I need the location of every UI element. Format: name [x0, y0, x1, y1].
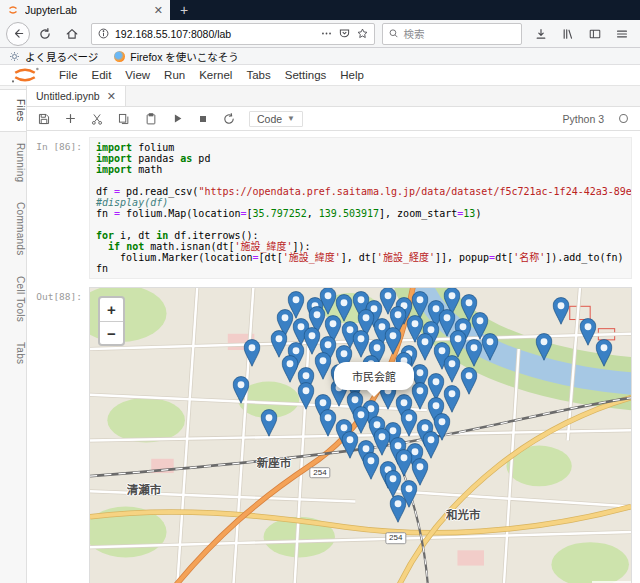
browser-tab-jupyterlab[interactable]: JupyterLab ✕: [0, 0, 170, 20]
map-marker[interactable]: [244, 339, 261, 367]
new-tab-button[interactable]: +: [170, 0, 198, 20]
menu-file[interactable]: File: [52, 69, 85, 81]
menu-kernel[interactable]: Kernel: [192, 69, 239, 81]
plus-icon: [64, 112, 77, 125]
home-button[interactable]: [60, 22, 84, 46]
pocket-icon[interactable]: [338, 27, 351, 40]
page-actions-icon[interactable]: [320, 27, 333, 40]
bookmark-firefox-help[interactable]: Firefox を使いこなそう: [114, 49, 239, 64]
map-marker[interactable]: [401, 409, 418, 437]
back-icon: [6, 22, 30, 46]
code-editor[interactable]: import foliumimport pandas as pdimport m…: [89, 137, 632, 279]
menu-tabs[interactable]: Tabs: [239, 69, 277, 81]
map-marker[interactable]: [417, 333, 434, 361]
add-cell-button[interactable]: [64, 112, 77, 125]
map-marker[interactable]: [298, 382, 315, 410]
bookmark-label: Firefox を使いこなそう: [130, 49, 239, 64]
bookmark-most-visited[interactable]: よく見るページ: [9, 49, 98, 64]
map-marker[interactable]: [390, 495, 407, 523]
map-marker[interactable]: [552, 297, 569, 325]
map-marker[interactable]: [282, 355, 299, 383]
map-marker[interactable]: [363, 452, 380, 480]
doc-tab-close-icon[interactable]: ✕: [107, 91, 116, 102]
map-marker[interactable]: [444, 385, 461, 413]
folium-map[interactable]: 新座市清瀬市和光市254254 + − 市民会館 Leaflet: [89, 287, 632, 583]
map-marker[interactable]: [579, 318, 596, 346]
menu-edit[interactable]: Edit: [85, 69, 119, 81]
map-marker[interactable]: [412, 382, 429, 410]
code-line: for i, dt in df.iterrows():: [96, 230, 625, 241]
run-cell-button[interactable]: [171, 112, 184, 125]
map-marker[interactable]: [320, 409, 337, 437]
map-marker[interactable]: [444, 355, 461, 383]
map-marker[interactable]: [233, 376, 250, 404]
downloads-button[interactable]: [529, 22, 553, 46]
menu-run[interactable]: Run: [157, 69, 192, 81]
map-marker[interactable]: [422, 431, 439, 459]
paste-cells-button[interactable]: [144, 112, 158, 126]
menu-button[interactable]: [610, 22, 634, 46]
sidebar-tab-files[interactable]: Files: [0, 89, 26, 132]
sidebar-tab-cell-tools[interactable]: Cell Tools: [0, 267, 26, 331]
restart-kernel-button[interactable]: [222, 112, 236, 126]
reload-button[interactable]: [33, 22, 57, 46]
map-marker[interactable]: [466, 339, 483, 367]
code-cell[interactable]: In [86]: import foliumimport pandas as p…: [27, 137, 632, 279]
copy-cells-button[interactable]: [117, 112, 131, 126]
stop-kernel-button[interactable]: [197, 113, 209, 125]
jupyterlab-left-sidebar: Files Running Commands Cell Tools Tabs: [0, 86, 27, 583]
site-info-icon[interactable]: [97, 27, 110, 40]
doc-tab-title: Untitled.ipynb: [36, 90, 100, 102]
firefox-logo-icon: [114, 51, 125, 62]
kernel-name[interactable]: Python 3: [563, 113, 604, 125]
jupyter-logo-icon: [6, 66, 44, 84]
map-marker[interactable]: [482, 333, 499, 361]
search-icon: [388, 27, 399, 40]
code-line: import folium: [96, 142, 625, 153]
map-marker[interactable]: [460, 367, 477, 395]
search-bar[interactable]: [382, 23, 522, 45]
cut-cells-button[interactable]: [90, 112, 104, 126]
cell-type-dropdown[interactable]: Code ▼: [249, 111, 303, 127]
map-marker[interactable]: [595, 339, 612, 367]
back-button[interactable]: [6, 22, 30, 46]
url-bar[interactable]: 192.168.55.107:8080/lab: [91, 23, 375, 45]
search-input[interactable]: [403, 28, 516, 40]
menu-settings[interactable]: Settings: [278, 69, 334, 81]
code-line: fn = folium.Map(location=[35.797252, 139…: [96, 208, 625, 219]
notebook-panel[interactable]: In [86]: import foliumimport pandas as p…: [27, 131, 640, 583]
map-marker[interactable]: [260, 409, 277, 437]
output-cell: Out[88]:: [27, 287, 632, 583]
tab-title: JupyterLab: [25, 4, 148, 16]
library-button[interactable]: [556, 22, 580, 46]
map-marker[interactable]: [536, 333, 553, 361]
bookmark-star-icon[interactable]: [356, 27, 369, 40]
tab-close-icon[interactable]: ✕: [154, 5, 163, 16]
map-marker[interactable]: [314, 352, 331, 380]
hamburger-icon: [615, 27, 629, 41]
cell-type-value: Code: [257, 113, 282, 125]
marker-layer: 新座市清瀬市和光市254254: [90, 288, 631, 583]
save-button[interactable]: [37, 112, 51, 126]
sidebar-tab-commands[interactable]: Commands: [0, 193, 26, 265]
url-input[interactable]: 192.168.55.107:8080/lab: [115, 28, 315, 40]
zoom-in-button[interactable]: +: [100, 298, 123, 321]
jupyter-favicon: [7, 4, 19, 16]
zoom-out-button[interactable]: −: [100, 321, 123, 344]
doc-tab-untitled[interactable]: Untitled.ipynb ✕: [27, 86, 126, 106]
map-popup[interactable]: 市民会館: [334, 362, 414, 390]
menu-view[interactable]: View: [118, 69, 157, 81]
sidebar-tab-running[interactable]: Running: [0, 134, 26, 191]
code-line: import pandas as pd: [96, 153, 625, 164]
bookmarks-bar: よく見るページ Firefox を使いこなそう: [0, 48, 640, 65]
kernel-status-icon: [617, 112, 630, 125]
cut-icon: [90, 112, 104, 126]
library-icon: [561, 27, 575, 41]
menu-help[interactable]: Help: [333, 69, 371, 81]
map-marker[interactable]: [341, 431, 358, 459]
sidebars-button[interactable]: [583, 22, 607, 46]
sidebar-tab-tabs[interactable]: Tabs: [0, 333, 26, 373]
code-line: folium.Marker(location=[dt['施設_緯度'], dt[…: [96, 252, 625, 263]
jupyterlab-menubar: File Edit View Run Kernel Tabs Settings …: [0, 65, 640, 86]
stop-icon: [197, 113, 209, 125]
